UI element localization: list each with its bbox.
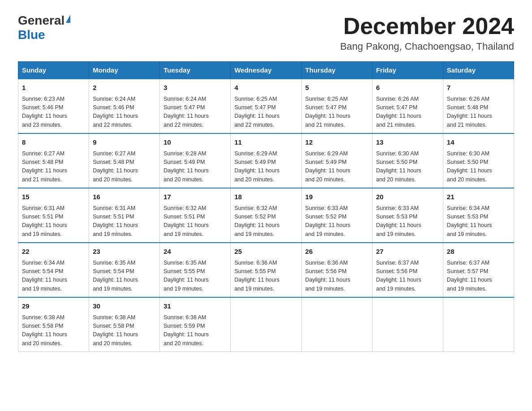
day-info: Sunrise: 6:34 AMSunset: 5:53 PMDaylight:… — [447, 204, 510, 239]
day-info: Sunrise: 6:36 AMSunset: 5:55 PMDaylight:… — [234, 259, 297, 294]
day-info: Sunrise: 6:25 AMSunset: 5:47 PMDaylight:… — [305, 95, 369, 130]
calendar-cell: 4Sunrise: 6:25 AMSunset: 5:47 PMDaylight… — [231, 79, 301, 133]
header-cell-saturday: Saturday — [443, 62, 514, 79]
header-cell-sunday: Sunday — [18, 62, 89, 79]
day-number: 2 — [93, 83, 156, 93]
day-number: 9 — [93, 137, 156, 148]
calendar-cell: 20Sunrise: 6:33 AMSunset: 5:53 PMDayligh… — [372, 188, 443, 243]
calendar-cell: 7Sunrise: 6:26 AMSunset: 5:48 PMDaylight… — [443, 79, 514, 133]
day-number: 23 — [93, 247, 156, 257]
day-info: Sunrise: 6:26 AMSunset: 5:48 PMDaylight:… — [447, 95, 510, 130]
header-cell-tuesday: Tuesday — [160, 62, 231, 79]
day-info: Sunrise: 6:27 AMSunset: 5:48 PMDaylight:… — [22, 150, 85, 184]
calendar-cell: 10Sunrise: 6:28 AMSunset: 5:49 PMDayligh… — [160, 133, 231, 188]
logo-triangle-icon — [66, 15, 70, 23]
day-number: 4 — [234, 83, 297, 93]
day-number: 22 — [22, 247, 85, 257]
day-info: Sunrise: 6:30 AMSunset: 5:50 PMDaylight:… — [447, 150, 510, 184]
calendar-cell: 13Sunrise: 6:30 AMSunset: 5:50 PMDayligh… — [372, 133, 443, 188]
day-info: Sunrise: 6:31 AMSunset: 5:51 PMDaylight:… — [22, 204, 85, 239]
day-info: Sunrise: 6:29 AMSunset: 5:49 PMDaylight:… — [234, 150, 297, 184]
day-info: Sunrise: 6:35 AMSunset: 5:55 PMDaylight:… — [163, 259, 227, 294]
day-info: Sunrise: 6:24 AMSunset: 5:47 PMDaylight:… — [163, 95, 227, 130]
calendar-week-row: 15Sunrise: 6:31 AMSunset: 5:51 PMDayligh… — [18, 188, 514, 243]
calendar-cell: 12Sunrise: 6:29 AMSunset: 5:49 PMDayligh… — [301, 133, 372, 188]
day-info: Sunrise: 6:38 AMSunset: 5:58 PMDaylight:… — [93, 313, 156, 348]
day-number: 13 — [376, 137, 439, 148]
calendar-cell — [443, 297, 514, 352]
calendar-cell: 1Sunrise: 6:23 AMSunset: 5:46 PMDaylight… — [18, 79, 89, 133]
day-number: 7 — [447, 83, 510, 93]
logo: General Blue — [18, 13, 70, 42]
logo-general-text: General — [18, 13, 64, 28]
calendar-cell: 23Sunrise: 6:35 AMSunset: 5:54 PMDayligh… — [89, 243, 160, 297]
day-info: Sunrise: 6:23 AMSunset: 5:46 PMDaylight:… — [22, 95, 85, 130]
calendar-cell: 21Sunrise: 6:34 AMSunset: 5:53 PMDayligh… — [443, 188, 514, 243]
day-info: Sunrise: 6:38 AMSunset: 5:59 PMDaylight:… — [163, 313, 227, 348]
day-number: 10 — [163, 137, 227, 148]
calendar-week-row: 29Sunrise: 6:38 AMSunset: 5:58 PMDayligh… — [18, 297, 514, 352]
calendar-cell: 22Sunrise: 6:34 AMSunset: 5:54 PMDayligh… — [18, 243, 89, 297]
title-block: December 2024 Bang Pakong, Chachoengsao,… — [340, 13, 514, 52]
calendar-cell: 29Sunrise: 6:38 AMSunset: 5:58 PMDayligh… — [18, 297, 89, 352]
logo-blue-text: Blue — [18, 28, 45, 42]
day-info: Sunrise: 6:33 AMSunset: 5:53 PMDaylight:… — [376, 204, 439, 239]
calendar-cell: 28Sunrise: 6:37 AMSunset: 5:57 PMDayligh… — [443, 243, 514, 297]
day-number: 19 — [305, 192, 369, 202]
day-number: 20 — [376, 192, 439, 202]
day-number: 24 — [163, 247, 227, 257]
day-number: 30 — [93, 301, 156, 312]
day-info: Sunrise: 6:33 AMSunset: 5:52 PMDaylight:… — [305, 204, 369, 239]
day-info: Sunrise: 6:32 AMSunset: 5:51 PMDaylight:… — [163, 204, 227, 239]
day-number: 27 — [376, 247, 439, 257]
calendar-cell: 11Sunrise: 6:29 AMSunset: 5:49 PMDayligh… — [231, 133, 301, 188]
day-number: 18 — [234, 192, 297, 202]
calendar-cell: 25Sunrise: 6:36 AMSunset: 5:55 PMDayligh… — [231, 243, 301, 297]
calendar-cell: 19Sunrise: 6:33 AMSunset: 5:52 PMDayligh… — [301, 188, 372, 243]
day-number: 14 — [447, 137, 510, 148]
day-info: Sunrise: 6:27 AMSunset: 5:48 PMDaylight:… — [93, 150, 156, 184]
day-info: Sunrise: 6:28 AMSunset: 5:49 PMDaylight:… — [163, 150, 227, 184]
day-number: 29 — [22, 301, 85, 312]
calendar-cell: 3Sunrise: 6:24 AMSunset: 5:47 PMDaylight… — [160, 79, 231, 133]
calendar-week-row: 1Sunrise: 6:23 AMSunset: 5:46 PMDaylight… — [18, 79, 514, 133]
day-number: 8 — [22, 137, 85, 148]
calendar-cell: 9Sunrise: 6:27 AMSunset: 5:48 PMDaylight… — [89, 133, 160, 188]
calendar-week-row: 22Sunrise: 6:34 AMSunset: 5:54 PMDayligh… — [18, 243, 514, 297]
header-cell-wednesday: Wednesday — [231, 62, 301, 79]
day-number: 31 — [163, 301, 227, 312]
day-number: 11 — [234, 137, 297, 148]
day-number: 5 — [305, 83, 369, 93]
calendar-cell: 24Sunrise: 6:35 AMSunset: 5:55 PMDayligh… — [160, 243, 231, 297]
calendar-cell: 15Sunrise: 6:31 AMSunset: 5:51 PMDayligh… — [18, 188, 89, 243]
day-number: 26 — [305, 247, 369, 257]
calendar-cell: 30Sunrise: 6:38 AMSunset: 5:58 PMDayligh… — [89, 297, 160, 352]
day-number: 1 — [22, 83, 85, 93]
day-info: Sunrise: 6:29 AMSunset: 5:49 PMDaylight:… — [305, 150, 369, 184]
header-cell-thursday: Thursday — [301, 62, 372, 79]
day-info: Sunrise: 6:31 AMSunset: 5:51 PMDaylight:… — [93, 204, 156, 239]
calendar-cell — [372, 297, 443, 352]
day-number: 15 — [22, 192, 85, 202]
day-number: 3 — [163, 83, 227, 93]
day-info: Sunrise: 6:32 AMSunset: 5:52 PMDaylight:… — [234, 204, 297, 239]
calendar-cell: 16Sunrise: 6:31 AMSunset: 5:51 PMDayligh… — [89, 188, 160, 243]
calendar-cell — [231, 297, 301, 352]
calendar-body: 1Sunrise: 6:23 AMSunset: 5:46 PMDaylight… — [18, 79, 514, 352]
day-number: 17 — [163, 192, 227, 202]
calendar-cell: 2Sunrise: 6:24 AMSunset: 5:46 PMDaylight… — [89, 79, 160, 133]
calendar-table: SundayMondayTuesdayWednesdayThursdayFrid… — [18, 61, 514, 352]
calendar-cell: 18Sunrise: 6:32 AMSunset: 5:52 PMDayligh… — [231, 188, 301, 243]
calendar-title: December 2024 — [340, 13, 514, 39]
day-info: Sunrise: 6:36 AMSunset: 5:56 PMDaylight:… — [305, 259, 369, 294]
calendar-subtitle: Bang Pakong, Chachoengsao, Thailand — [340, 41, 514, 52]
header-row: SundayMondayTuesdayWednesdayThursdayFrid… — [18, 62, 514, 79]
calendar-cell: 26Sunrise: 6:36 AMSunset: 5:56 PMDayligh… — [301, 243, 372, 297]
calendar-cell: 17Sunrise: 6:32 AMSunset: 5:51 PMDayligh… — [160, 188, 231, 243]
header-cell-friday: Friday — [372, 62, 443, 79]
calendar-cell — [301, 297, 372, 352]
day-info: Sunrise: 6:38 AMSunset: 5:58 PMDaylight:… — [22, 313, 85, 348]
day-info: Sunrise: 6:26 AMSunset: 5:47 PMDaylight:… — [376, 95, 439, 130]
calendar-cell: 31Sunrise: 6:38 AMSunset: 5:59 PMDayligh… — [160, 297, 231, 352]
day-number: 25 — [234, 247, 297, 257]
